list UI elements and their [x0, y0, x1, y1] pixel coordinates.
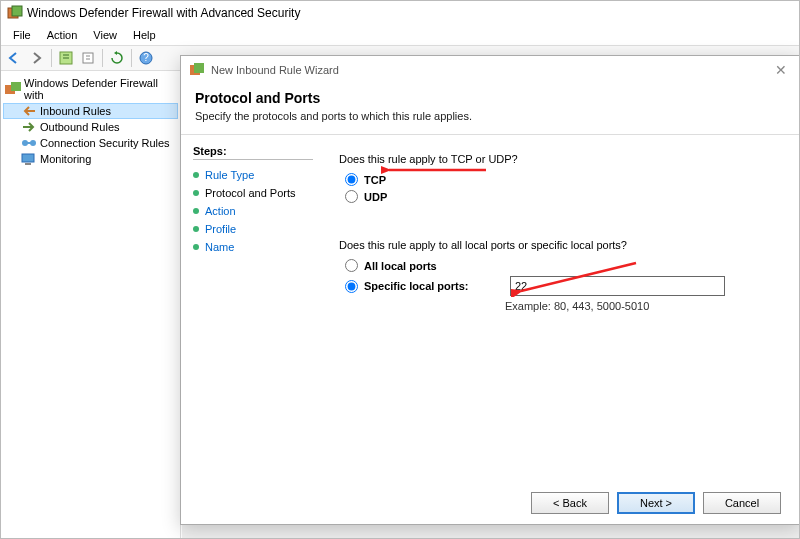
connection-icon — [21, 136, 37, 150]
step-profile[interactable]: Profile — [193, 220, 313, 238]
specific-ports-input[interactable] — [510, 276, 725, 296]
menu-file[interactable]: File — [5, 27, 39, 43]
refresh-icon[interactable] — [107, 48, 127, 68]
titlebar: Windows Defender Firewall with Advanced … — [1, 1, 799, 25]
step-label: Rule Type — [205, 169, 254, 181]
wizard-content: Does this rule apply to TCP or UDP? TCP … — [321, 135, 799, 479]
radio-udp-label: UDP — [364, 191, 387, 203]
tree-item-label: Connection Security Rules — [40, 137, 170, 149]
step-action[interactable]: Action — [193, 202, 313, 220]
step-rule-type[interactable]: Rule Type — [193, 166, 313, 184]
filter-icon[interactable] — [56, 48, 76, 68]
back-icon[interactable] — [5, 48, 25, 68]
toolbar-sep — [51, 49, 52, 67]
steps-label: Steps: — [193, 145, 313, 160]
svg-rect-13 — [194, 63, 204, 73]
wizard-header: Protocol and Ports Specify the protocols… — [181, 84, 799, 135]
question-ports: Does this rule apply to all local ports … — [339, 239, 781, 251]
wizard-subheading: Specify the protocols and ports to which… — [195, 110, 785, 122]
wizard-title: New Inbound Rule Wizard — [211, 64, 339, 76]
svg-rect-3 — [83, 53, 93, 63]
help-icon[interactable]: ? — [136, 48, 156, 68]
toolbar-sep2 — [102, 49, 103, 67]
tree-root-label: Windows Defender Firewall with — [24, 77, 176, 101]
tree-item-label: Inbound Rules — [40, 105, 111, 117]
monitoring-icon — [21, 152, 37, 166]
forward-icon[interactable] — [27, 48, 47, 68]
svg-text:?: ? — [143, 52, 149, 63]
tree-item-label: Monitoring — [40, 153, 91, 165]
radio-tcp[interactable] — [345, 173, 358, 186]
export-icon[interactable] — [78, 48, 98, 68]
radio-tcp-row: TCP — [339, 173, 781, 186]
step-protocol-ports[interactable]: Protocol and Ports — [193, 184, 313, 202]
radio-specific-ports-label: Specific local ports: — [364, 280, 504, 292]
tree-item-label: Outbound Rules — [40, 121, 120, 133]
wizard-steps: Steps: Rule Type Protocol and Ports Acti… — [181, 135, 321, 479]
step-label: Action — [205, 205, 236, 217]
ports-example: Example: 80, 443, 5000-5010 — [505, 300, 781, 312]
question-protocol: Does this rule apply to TCP or UDP? — [339, 153, 781, 165]
radio-all-ports-label: All local ports — [364, 260, 437, 272]
tree-item-outbound-rules[interactable]: Outbound Rules — [3, 119, 178, 135]
wizard-dialog: New Inbound Rule Wizard ✕ Protocol and P… — [180, 55, 800, 525]
tree-root[interactable]: Windows Defender Firewall with — [3, 75, 178, 103]
close-icon[interactable]: ✕ — [771, 62, 791, 78]
radio-udp[interactable] — [345, 190, 358, 203]
toolbar-sep3 — [131, 49, 132, 67]
app-icon — [7, 5, 23, 21]
next-button[interactable]: Next > — [617, 492, 695, 514]
wizard-titlebar: New Inbound Rule Wizard ✕ — [181, 56, 799, 84]
menu-help[interactable]: Help — [125, 27, 164, 43]
step-label: Protocol and Ports — [205, 187, 296, 199]
tree-item-monitoring[interactable]: Monitoring — [3, 151, 178, 167]
wizard-footer: < Back Next > Cancel — [181, 479, 799, 527]
radio-udp-row: UDP — [339, 190, 781, 203]
step-name[interactable]: Name — [193, 238, 313, 256]
radio-specific-ports-row: Specific local ports: — [339, 276, 781, 296]
radio-all-ports-row: All local ports — [339, 259, 781, 272]
inbound-icon — [21, 104, 37, 118]
svg-rect-10 — [22, 154, 34, 162]
radio-all-ports[interactable] — [345, 259, 358, 272]
app-title: Windows Defender Firewall with Advanced … — [27, 6, 300, 20]
tree-item-connection-security[interactable]: Connection Security Rules — [3, 135, 178, 151]
radio-specific-ports[interactable] — [345, 280, 358, 293]
wizard-heading: Protocol and Ports — [195, 90, 785, 106]
svg-rect-7 — [11, 82, 21, 91]
step-label: Name — [205, 241, 234, 253]
svg-rect-11 — [25, 163, 31, 165]
step-label: Profile — [205, 223, 236, 235]
tree-item-inbound-rules[interactable]: Inbound Rules — [3, 103, 178, 119]
radio-tcp-label: TCP — [364, 174, 386, 186]
firewall-icon — [5, 82, 21, 96]
outbound-icon — [21, 120, 37, 134]
svg-rect-1 — [12, 6, 22, 16]
cancel-button[interactable]: Cancel — [703, 492, 781, 514]
back-button[interactable]: < Back — [531, 492, 609, 514]
menubar: File Action View Help — [1, 25, 799, 45]
nav-tree: Windows Defender Firewall with Inbound R… — [1, 71, 181, 538]
wizard-icon — [189, 62, 205, 78]
menu-action[interactable]: Action — [39, 27, 86, 43]
menu-view[interactable]: View — [85, 27, 125, 43]
